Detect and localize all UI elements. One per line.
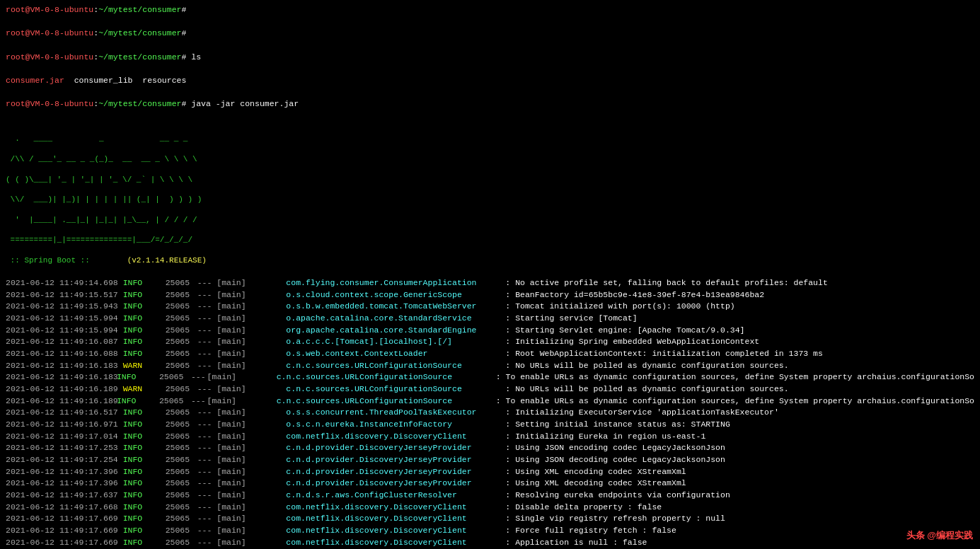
cmd-line-1: root@VM-0-8-ubuntu:~/mytest/consumer# [6, 4, 974, 16]
log-row: 2021-06-12 11:49:15.943 INFO 25065 --- [… [6, 301, 974, 313]
log-row: 2021-06-12 11:49:17.669 INFO 25065 --- [… [6, 525, 974, 537]
spring-version: (v2.1.14.RELEASE) [127, 256, 207, 265]
terminal-window: root@VM-0-8-ubuntu:~/mytest/consumer# ro… [6, 4, 974, 549]
spring-logo: . ____ _ __ _ _ /\\ / ___'_ __ _ _(_)_ _… [6, 134, 974, 265]
log-row: 2021-06-12 11:49:17.014 INFO 25065 --- [… [6, 431, 974, 443]
log-row: 2021-06-12 11:49:15.517 INFO 25065 --- [… [6, 289, 974, 301]
log-row: 2021-06-12 11:49:17.396 INFO 25065 --- [… [6, 466, 974, 478]
user-prompt: root@VM-0-8-ubuntu [6, 52, 93, 62]
user-prompt: root@VM-0-8-ubuntu [6, 28, 93, 37]
log-row: 2021-06-12 11:49:17.253 INFO 25065 --- [… [6, 442, 974, 454]
cmd-line-2: root@VM-0-8-ubuntu:~/mytest/consumer# [6, 28, 974, 40]
ls-output: consumer.jar consumer_lib resources [6, 75, 974, 87]
log-row: 2021-06-12 11:49:16.517 INFO 25065 --- [… [6, 407, 974, 419]
log-row: 2021-06-12 11:49:17.637 INFO 25065 --- [… [6, 490, 974, 502]
user-prompt: root@VM-0-8-ubuntu [6, 99, 93, 108]
log-row: 2021-06-12 11:49:16.971 INFO 25065 --- [… [6, 419, 974, 431]
log-row: 2021-06-12 11:49:15.994 INFO 25065 --- [… [6, 313, 974, 325]
log-row: 2021-06-12 11:49:17.254 INFO 25065 --- [… [6, 454, 974, 466]
log-row: 2021-06-12 11:49:16.183 WARN 25065 --- [… [6, 360, 974, 372]
log-row: 2021-06-12 11:49:17.669 INFO 25065 --- [… [6, 513, 974, 525]
user-prompt: root@VM-0-8-ubuntu [6, 5, 93, 14]
dir-path: ~/mytest/consumer [98, 99, 181, 108]
log-row: 2021-06-12 11:49:16.088 INFO 25065 --- [… [6, 348, 974, 360]
log-row: 2021-06-12 11:49:17.396 INFO 25065 --- [… [6, 478, 974, 490]
cmd-line-4: root@VM-0-8-ubuntu:~/mytest/consumer# ja… [6, 98, 974, 110]
log-row: 2021-06-12 11:49:16.189 WARN 25065 --- [… [6, 383, 974, 395]
log-container: 2021-06-12 11:49:14.698 INFO 25065 --- [… [6, 277, 974, 549]
dir-path: ~/mytest/consumer [98, 5, 181, 14]
dir-path: ~/mytest/consumer [98, 28, 181, 37]
jar-file: consumer.jar [6, 76, 64, 85]
dir-path: ~/mytest/consumer [98, 52, 181, 62]
log-row: 2021-06-12 11:49:17.669 INFO 25065 --- [… [6, 537, 974, 549]
log-row: 2021-06-12 11:49:16.087 INFO 25065 --- [… [6, 336, 974, 348]
cmd-line-3: root@VM-0-8-ubuntu:~/mytest/consumer# ls [6, 52, 974, 64]
log-row: 2021-06-12 11:49:15.994 INFO 25065 --- [… [6, 325, 974, 337]
log-row: 2021-06-12 11:49:14.698 INFO 25065 --- [… [6, 277, 974, 289]
log-row: 2021-06-12 11:49:17.668 INFO 25065 --- [… [6, 502, 974, 514]
log-row: 2021-06-12 11:49:16.183 INFO 25065 --- [… [6, 371, 974, 383]
log-row: 2021-06-12 11:49:16.189 INFO 25065 --- [… [6, 395, 974, 408]
